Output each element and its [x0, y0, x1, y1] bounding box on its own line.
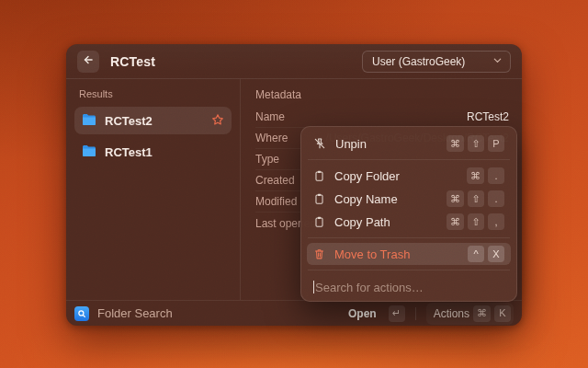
list-item[interactable]: RCTest1 [74, 138, 232, 166]
menu-item-move-to-trash[interactable]: Move to Trash^X [307, 243, 511, 265]
clipboard-icon [313, 215, 325, 228]
chevron-down-icon [492, 55, 503, 68]
actions-menu-items: Unpin⌘⇧PCopy Folder⌘.Copy Name⌘⇧.Copy Pa… [307, 132, 511, 265]
text-caret [313, 281, 314, 293]
open-action-label[interactable]: Open [348, 307, 377, 320]
folder-icon [82, 144, 96, 160]
keycap: ⌘ [473, 305, 491, 322]
menu-item-copy-path[interactable]: Copy Path⌘⇧, [307, 211, 511, 233]
pin-slash-icon [313, 137, 326, 150]
metadata-value: RCTest2 [467, 110, 509, 123]
back-button[interactable] [77, 51, 99, 73]
actions-shortcut: ⌘K [469, 305, 511, 322]
menu-divider [308, 270, 510, 270]
actions-button-label: Actions [434, 307, 469, 320]
command-search-input[interactable] [97, 306, 340, 320]
actions-button[interactable]: Actions ⌘K [426, 303, 514, 325]
arrow-left-icon [82, 53, 95, 70]
keycap: ⌘ [447, 213, 464, 230]
trash-icon [313, 247, 325, 260]
metadata-label: Where [255, 132, 288, 144]
results-section-label: Results [79, 88, 232, 99]
open-shortcut: ↵ [385, 305, 405, 322]
metadata-label: Type [255, 153, 279, 166]
footer-divider [415, 307, 416, 320]
menu-divider [308, 237, 510, 238]
menu-item-label: Move to Trash [334, 247, 410, 261]
menu-item-copy-folder[interactable]: Copy Folder⌘. [307, 165, 511, 187]
actions-search [307, 275, 511, 301]
metadata-row: NameRCTest2 [255, 107, 509, 128]
keycap: ⇧ [468, 135, 484, 152]
list-item-label: RCTest1 [105, 145, 153, 159]
account-dropdown-value: User (GastroGeek) [372, 55, 465, 68]
metadata-label: Modified [255, 195, 297, 208]
account-dropdown[interactable]: User (GastroGeek) [362, 51, 511, 73]
menu-item-shortcut: ⌘. [463, 167, 504, 184]
menu-item-shortcut: ⌘⇧. [443, 190, 504, 207]
menu-item-shortcut: ⌘⇧, [443, 213, 504, 230]
results-panel: Results RCTest2RCTest1 [66, 79, 241, 300]
keycap: X [488, 246, 504, 262]
window-header: RCTest User (GastroGeek) [66, 44, 522, 79]
keycap: ⌘ [447, 135, 464, 152]
keycap: ⇧ [468, 213, 484, 230]
keycap: P [488, 135, 504, 152]
actions-search-input[interactable] [315, 281, 504, 294]
folder-icon [82, 113, 96, 129]
clipboard-icon [313, 169, 325, 182]
list-item-label: RCTest2 [105, 114, 153, 128]
menu-item-unpin[interactable]: Unpin⌘⇧P [307, 132, 511, 155]
metadata-label: Name [255, 110, 285, 123]
menu-item-shortcut: ⌘⇧P [443, 135, 504, 152]
metadata-title: Metadata [255, 88, 509, 101]
keycap: ^ [468, 246, 484, 262]
clipboard-icon [313, 192, 325, 205]
keycap: ↵ [389, 305, 405, 322]
actions-menu: Unpin⌘⇧PCopy Folder⌘.Copy Name⌘⇧.Copy Pa… [300, 126, 517, 302]
menu-item-label: Copy Name [334, 192, 398, 206]
menu-item-shortcut: ^X [464, 246, 504, 262]
keycap: K [494, 305, 511, 322]
metadata-label: Created [255, 174, 295, 187]
keycap: , [488, 213, 504, 230]
keycap: ⇧ [468, 190, 484, 207]
footer-bar: Open ↵ Actions ⌘K [66, 300, 522, 326]
star-icon [211, 113, 224, 129]
menu-divider [308, 159, 510, 160]
menu-item-label: Copy Path [334, 215, 390, 229]
menu-item-label: Copy Folder [334, 169, 400, 183]
favorite-star [211, 113, 224, 129]
list-item[interactable]: RCTest2 [74, 107, 232, 134]
magnifier-icon [77, 305, 86, 322]
results-list: RCTest2RCTest1 [74, 107, 232, 166]
keycap: . [488, 167, 504, 184]
page-title: RCTest [110, 54, 155, 69]
keycap: ⌘ [467, 167, 484, 184]
keycap: . [488, 190, 504, 207]
menu-item-copy-name[interactable]: Copy Name⌘⇧. [307, 188, 511, 210]
folder-search-app-icon [74, 306, 89, 321]
app-window: RCTest User (GastroGeek) Results RCTest2… [66, 44, 522, 326]
keycap: ⌘ [447, 190, 464, 207]
menu-item-label: Unpin [335, 137, 367, 151]
